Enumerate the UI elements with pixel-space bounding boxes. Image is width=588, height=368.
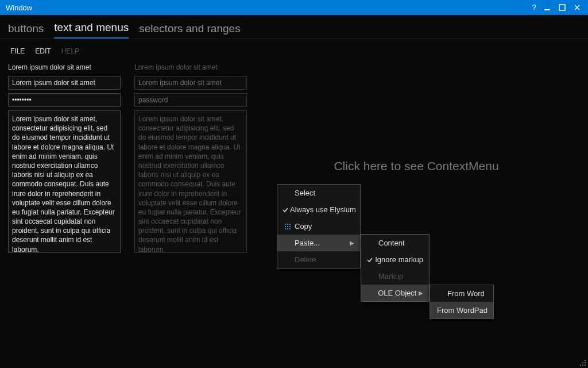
svg-rect-6 — [289, 224, 291, 225]
minimize-icon — [544, 4, 551, 11]
column-disabled: Lorem ipsum dolor sit amet — [134, 61, 247, 253]
menu-item-paste[interactable]: Paste... ▶ — [277, 235, 360, 251]
tab-buttons[interactable]: buttons — [8, 22, 44, 39]
menu-item-label: From Word — [446, 289, 488, 298]
password-input[interactable] — [8, 93, 121, 107]
tab-text-and-menus[interactable]: text and menus — [54, 21, 129, 39]
menu-edit[interactable]: EDIT — [35, 47, 51, 55]
close-button[interactable] — [570, 4, 585, 11]
grid-icon — [282, 223, 293, 230]
menu-item-label: Copy — [293, 222, 354, 231]
textarea-input[interactable] — [8, 110, 121, 253]
svg-rect-4 — [285, 224, 286, 225]
menu-help: HELP — [61, 47, 79, 55]
menu-item-content[interactable]: Content — [361, 235, 429, 251]
svg-rect-5 — [287, 224, 288, 225]
field-label: Lorem ipsum dolor sit amet — [134, 63, 247, 71]
context-submenu-ole-object: From Word From WordPad — [430, 285, 494, 319]
menu-item-label: Select — [293, 189, 354, 197]
menu-item-ole-object[interactable]: OLE Object ▶ — [361, 285, 429, 301]
password-input-disabled — [134, 93, 247, 107]
text-input-disabled — [134, 76, 247, 90]
tabstrip: buttons text and menus selectors and ran… — [0, 15, 588, 39]
text-input[interactable] — [8, 76, 121, 90]
tab-selectors-and-ranges[interactable]: selectors and ranges — [139, 22, 240, 39]
textarea-input-disabled — [134, 110, 247, 253]
minimize-button[interactable] — [540, 4, 555, 11]
resize-grip[interactable] — [578, 358, 586, 366]
menu-item-label: Content — [377, 239, 423, 247]
field-label: Lorem ipsum dolor sit amet — [8, 63, 121, 71]
menu-item-select[interactable]: Select — [277, 185, 360, 201]
menu-item-delete: Delete — [277, 251, 360, 268]
context-submenu-paste: Content Ignore markup Markup OLE Object … — [361, 234, 430, 302]
menu-item-label: From WordPad — [436, 306, 488, 315]
submenu-arrow-icon: ▶ — [347, 240, 354, 246]
context-menu: Select Always use Elysium Copy Paste... … — [277, 184, 361, 269]
menu-item-from-wordpad[interactable]: From WordPad — [430, 302, 493, 319]
contextmenu-hint: Click here to see ContextMenu — [334, 159, 498, 173]
menu-item-label: Always use Elysium — [289, 205, 356, 214]
window-root: Window ? buttons text and menus selector… — [0, 0, 588, 368]
menu-item-label: Delete — [293, 255, 354, 264]
svg-rect-10 — [285, 228, 286, 229]
check-icon — [366, 256, 374, 263]
menu-item-copy[interactable]: Copy — [277, 218, 360, 235]
menu-file[interactable]: FILE — [10, 47, 25, 55]
column-enabled: Lorem ipsum dolor sit amet — [8, 61, 121, 253]
svg-rect-8 — [287, 226, 288, 227]
menu-item-label: Ignore markup — [374, 255, 423, 264]
svg-rect-12 — [289, 228, 291, 229]
menu-item-from-word[interactable]: From Word — [430, 285, 493, 302]
menu-item-markup: Markup — [361, 268, 429, 285]
maximize-button[interactable] — [555, 4, 570, 11]
svg-rect-7 — [285, 226, 286, 227]
menu-item-label: OLE Object — [377, 289, 416, 297]
menu-item-always-use-elysium[interactable]: Always use Elysium — [277, 201, 360, 218]
submenu-arrow-icon: ▶ — [416, 290, 423, 296]
menu-item-label: Paste... — [293, 239, 347, 247]
svg-rect-11 — [287, 228, 288, 229]
window-title: Window — [6, 3, 32, 12]
maximize-icon — [559, 4, 566, 11]
check-icon — [282, 206, 289, 213]
titlebar: Window ? — [0, 0, 588, 15]
svg-rect-9 — [289, 226, 291, 227]
svg-rect-0 — [544, 9, 550, 10]
close-icon — [574, 4, 581, 11]
svg-rect-1 — [559, 5, 565, 10]
menu-item-label: Markup — [377, 272, 423, 281]
menu-item-ignore-markup[interactable]: Ignore markup — [361, 251, 429, 268]
help-button[interactable]: ? — [528, 0, 540, 15]
